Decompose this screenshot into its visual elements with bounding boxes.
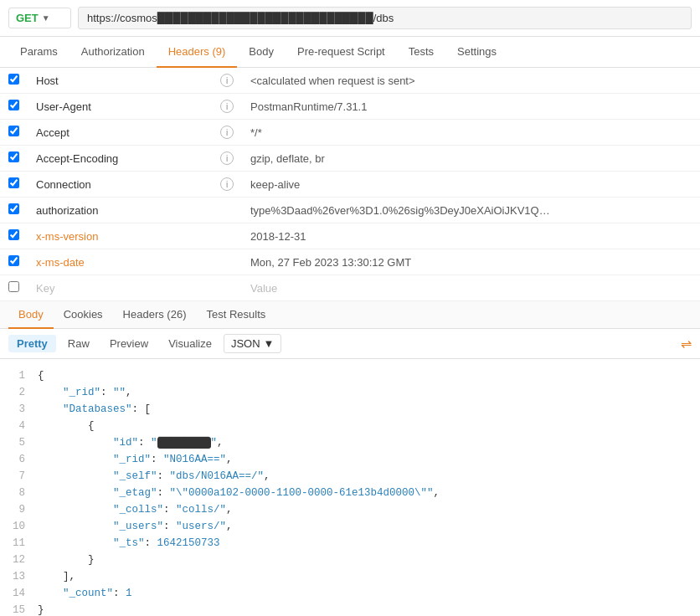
- header-checkbox-accept[interactable]: [8, 126, 19, 136]
- code-line-2: 2 "_rid": "",: [0, 384, 700, 401]
- info-icon-accept[interactable]: i: [220, 126, 234, 139]
- header-checkbox-xmsdate[interactable]: [8, 255, 19, 266]
- json-format-label: JSON: [231, 337, 260, 350]
- tab-headers[interactable]: Headers (9): [157, 37, 238, 68]
- header-key-xmsversion: x-ms-version: [28, 223, 212, 249]
- json-format-select[interactable]: JSON ▼: [224, 334, 282, 353]
- info-icon-host[interactable]: i: [220, 74, 234, 87]
- info-icon-connection[interactable]: i: [220, 177, 234, 191]
- header-checkbox-acceptencoding[interactable]: [8, 151, 19, 162]
- tab-body-response[interactable]: Body: [8, 301, 54, 329]
- tab-headers-response[interactable]: Headers (26): [113, 301, 197, 329]
- header-row-accept: Accept i */*: [0, 120, 700, 146]
- code-line-14: 14 "_count": 1: [0, 585, 700, 602]
- headers-table: Host i <calculated when request is sent>…: [0, 68, 700, 301]
- tab-cookies[interactable]: Cookies: [54, 301, 113, 329]
- code-line-12: 12 }: [0, 552, 700, 568]
- header-key-acceptencoding: Accept-Encoding: [28, 146, 212, 172]
- header-value-connection: keep-alive: [242, 172, 700, 198]
- header-value-xmsversion: 2018-12-31: [242, 223, 700, 249]
- code-line-15: 15 }: [0, 602, 700, 616]
- chevron-down-icon: ▼: [42, 13, 50, 23]
- code-line-10: 10 "_users": "users/",: [0, 518, 700, 535]
- code-line-6: 6 "_rid": "N016AA==",: [0, 451, 700, 468]
- chevron-down-icon-json: ▼: [264, 337, 275, 350]
- method-label: GET: [16, 12, 39, 24]
- header-row-placeholder: Key Value: [0, 275, 700, 301]
- header-checkbox-connection[interactable]: [8, 177, 19, 188]
- header-value-xmsdate: Mon, 27 Feb 2023 13:30:12 GMT: [242, 249, 700, 275]
- format-raw[interactable]: Raw: [59, 335, 98, 352]
- code-block: 1 { 2 "_rid": "", 3 "Databases": [ 4 { 5…: [0, 359, 700, 616]
- format-pretty[interactable]: Pretty: [8, 335, 56, 352]
- header-row-connection: Connection i keep-alive: [0, 172, 700, 198]
- header-checkbox-placeholder[interactable]: [8, 281, 19, 292]
- header-row-host: Host i <calculated when request is sent>: [0, 68, 700, 94]
- header-checkbox-useragent[interactable]: [8, 100, 19, 110]
- code-line-4: 4 {: [0, 418, 700, 434]
- header-row-useragent: User-Agent i PostmanRuntime/7.31.1: [0, 94, 700, 120]
- header-key-useragent: User-Agent: [28, 94, 212, 120]
- info-icon-useragent[interactable]: i: [220, 100, 234, 113]
- tab-body[interactable]: Body: [237, 37, 286, 68]
- header-value-accept: */*: [242, 120, 700, 146]
- tab-prerequest[interactable]: Pre-request Script: [286, 37, 397, 68]
- header-row-xmsdate: x-ms-date Mon, 27 Feb 2023 13:30:12 GMT: [0, 249, 700, 275]
- tab-params[interactable]: Params: [8, 37, 69, 68]
- header-value-host: <calculated when request is sent>: [242, 68, 700, 94]
- format-bar: Pretty Raw Preview Visualize JSON ▼ ⇌: [0, 329, 700, 359]
- code-line-11: 11 "_ts": 1642150733: [0, 535, 700, 552]
- header-key-connection: Connection: [28, 172, 212, 198]
- header-key-xmsdate: x-ms-date: [28, 249, 212, 275]
- info-icon-acceptencoding[interactable]: i: [220, 151, 234, 165]
- code-line-8: 8 "_etag": "\"0000a102-0000-1100-0000-61…: [0, 485, 700, 501]
- format-visualize[interactable]: Visualize: [160, 335, 220, 352]
- header-checkbox-authorization[interactable]: [8, 203, 19, 214]
- header-checkbox-host[interactable]: [8, 74, 19, 85]
- header-checkbox-xmsversion[interactable]: [8, 229, 19, 240]
- header-value-placeholder: Value: [242, 275, 700, 301]
- format-preview[interactable]: Preview: [101, 335, 157, 352]
- code-line-9: 9 "_colls": "colls/",: [0, 501, 700, 518]
- header-key-host: Host: [28, 68, 212, 94]
- wrap-icon[interactable]: ⇌: [681, 336, 692, 352]
- header-key-authorization: authorization: [28, 198, 212, 223]
- header-row-xmsversion: x-ms-version 2018-12-31: [0, 223, 700, 249]
- code-line-1: 1 {: [0, 367, 700, 384]
- header-row-acceptencoding: Accept-Encoding i gzip, deflate, br: [0, 146, 700, 172]
- header-value-useragent: PostmanRuntime/7.31.1: [242, 94, 700, 120]
- tab-settings[interactable]: Settings: [445, 37, 508, 68]
- response-tabs: Body Cookies Headers (26) Test Results: [0, 301, 700, 329]
- method-dropdown[interactable]: GET ▼: [8, 8, 71, 28]
- header-value-authorization: type%3Daad%26ver%3D1.0%26sig%3DeyJ0eXAiO…: [242, 198, 700, 223]
- url-input[interactable]: [78, 7, 692, 29]
- tab-test-results[interactable]: Test Results: [196, 301, 275, 329]
- header-value-acceptencoding: gzip, deflate, br: [242, 146, 700, 172]
- code-line-3: 3 "Databases": [: [0, 401, 700, 418]
- header-row-authorization: authorization type%3Daad%26ver%3D1.0%26s…: [0, 198, 700, 223]
- code-line-13: 13 ],: [0, 568, 700, 585]
- url-bar: GET ▼: [0, 0, 700, 37]
- tab-authorization[interactable]: Authorization: [69, 37, 157, 68]
- code-line-7: 7 "_self": "dbs/N016AA==/",: [0, 468, 700, 485]
- header-key-accept: Accept: [28, 120, 212, 146]
- header-key-placeholder: Key: [28, 275, 212, 301]
- tab-tests[interactable]: Tests: [397, 37, 445, 68]
- code-line-5: 5 "id": "████████",: [0, 434, 700, 451]
- request-tabs: Params Authorization Headers (9) Body Pr…: [0, 37, 700, 68]
